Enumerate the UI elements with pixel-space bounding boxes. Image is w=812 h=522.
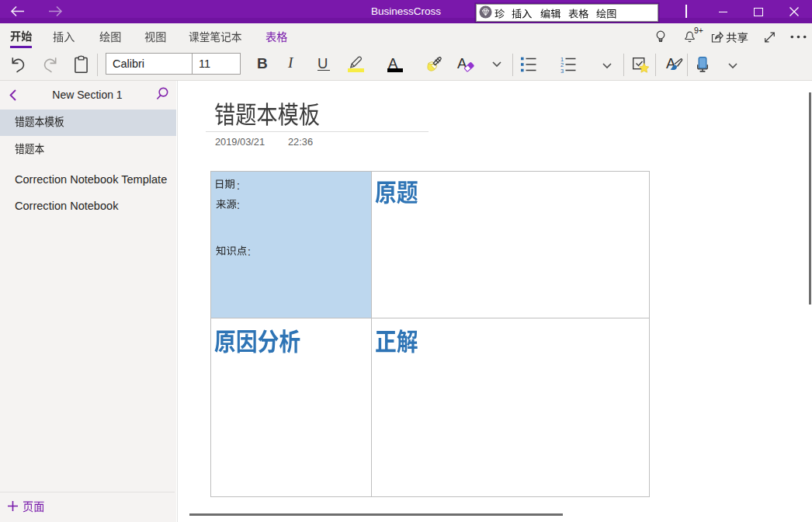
svg-text:3: 3 [560,67,564,74]
